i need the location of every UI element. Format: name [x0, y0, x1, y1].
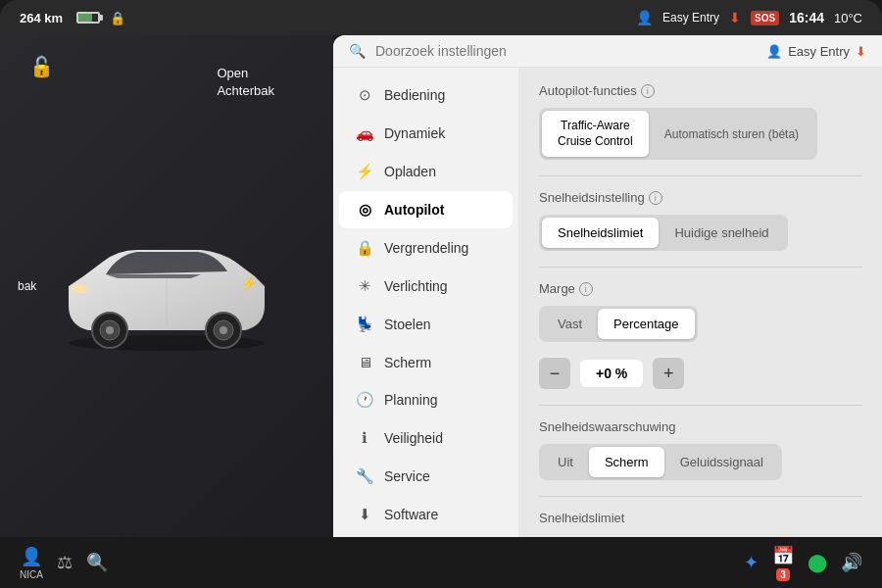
dynamiek-label: Dynamiek: [384, 125, 445, 141]
verlichting-label: Verlichting: [384, 278, 448, 294]
snelheidslimiet-section: Snelheidslimiet: [539, 511, 862, 525]
sidebar-item-planning[interactable]: 🕐 Planning: [339, 381, 513, 418]
menu-list: ⊙ Bediening 🚗 Dynamiek ⚡ Opladen ◎ Autop…: [333, 68, 519, 537]
uit-btn[interactable]: Uit: [542, 447, 589, 477]
vast-btn[interactable]: Vast: [542, 309, 598, 339]
marge-info-icon[interactable]: i: [579, 282, 593, 296]
geluidssignaal-btn[interactable]: Geluidssignaal: [664, 447, 779, 477]
snelheidsinstelling-section: Snelheidsinstelling i Snelheidslimiet Hu…: [539, 190, 862, 251]
sidebar-item-autopilot[interactable]: ◎ Autopilot: [339, 191, 513, 228]
calendar-badge: 3: [776, 568, 790, 581]
sidebar-item-software[interactable]: ⬇ Software: [339, 496, 513, 533]
veiligheid-label: Veiligheid: [384, 430, 443, 446]
marge-buttons: Vast Percentage: [539, 306, 698, 342]
status-bar: 264 km 🔒 👤 Easy Entry ⬇ SOS 16:44 10°C: [0, 0, 882, 35]
service-icon: 🔧: [355, 467, 374, 485]
bediening-label: Bediening: [384, 87, 445, 103]
bottom-bar: 👤 NICA ⚖ 🔍 ✦ 📅 3 ⬤ 🔊: [0, 537, 882, 588]
planning-icon: 🕐: [355, 391, 374, 409]
dynamiek-icon: 🚗: [355, 124, 374, 142]
bottom-search[interactable]: 🔍: [86, 552, 108, 573]
spotify-icon: ⬤: [808, 552, 827, 573]
planning-label: Planning: [384, 392, 438, 408]
battery-icon: [76, 12, 100, 24]
autopilot-functies-info-icon[interactable]: i: [641, 84, 655, 98]
settings-panel: 🔍 👤 Easy Entry ⬇ ⊙ Bediening 🚗 Dynamiek: [333, 35, 882, 537]
sidebar-item-dynamiek[interactable]: 🚗 Dynamiek: [339, 115, 513, 152]
easy-entry-status: Easy Entry: [662, 11, 719, 24]
search-icon: 🔍: [349, 43, 366, 59]
vergrendeling-icon: 🔒: [355, 239, 374, 257]
download-header-icon: ⬇: [856, 44, 866, 59]
sos-badge: SOS: [751, 11, 779, 25]
bottom-bluetooth[interactable]: ✦: [744, 552, 759, 573]
autopilot-icon: ◎: [355, 201, 374, 219]
sidebar-item-veiligheid[interactable]: ℹ Veiligheid: [339, 419, 513, 457]
svg-point-3: [106, 326, 114, 334]
verlichting-icon: ✳: [355, 277, 374, 295]
user-bottom-icon: 👤: [21, 546, 42, 567]
volume-icon: 🔊: [841, 552, 862, 573]
bottom-volume[interactable]: 🔊: [841, 552, 862, 573]
lock-icon-overlay: 🔓: [29, 55, 54, 78]
sidebar-item-opladen[interactable]: ⚡ Opladen: [339, 153, 513, 190]
sidebar-item-verlichting[interactable]: ✳ Verlichting: [339, 268, 513, 305]
autopilot-content: Autopilot-functies i Traffic-AwareCruise…: [519, 68, 882, 537]
scherm-menu-icon: 🖥: [355, 354, 374, 370]
divider-3: [539, 405, 862, 406]
lock-status-icon: 🔒: [110, 11, 125, 25]
percentage-btn[interactable]: Percentage: [598, 309, 695, 339]
bottom-user[interactable]: 👤 NICA: [20, 546, 43, 580]
marge-title: Marge i: [539, 281, 862, 296]
scherm-btn[interactable]: Scherm: [589, 447, 664, 477]
sidebar-item-vergrendeling[interactable]: 🔒 Vergrendeling: [339, 229, 513, 267]
bottom-spotify[interactable]: ⬤: [808, 552, 827, 573]
bottom-equalizer[interactable]: ⚖: [57, 552, 73, 573]
divider-1: [539, 175, 862, 176]
snelheidsinstelling-title: Snelheidsinstelling i: [539, 190, 862, 205]
scherm-label: Scherm: [384, 355, 431, 370]
calendar-icon: 📅: [772, 545, 794, 566]
sidebar-item-bediening[interactable]: ⊙ Bediening: [339, 76, 513, 114]
sidebar-item-scherm[interactable]: 🖥 Scherm: [339, 344, 513, 380]
divider-4: [539, 496, 862, 497]
sidebar-item-service[interactable]: 🔧 Service: [339, 458, 513, 495]
search-bar: 🔍 👤 Easy Entry ⬇: [333, 35, 882, 68]
marge-minus-btn[interactable]: −: [539, 358, 570, 389]
search-input[interactable]: [375, 43, 757, 59]
service-label: Service: [384, 468, 430, 484]
svg-point-6: [220, 326, 227, 334]
snelheidslimiet-title: Snelheidslimiet: [539, 511, 862, 525]
stoelen-icon: 💺: [355, 316, 374, 333]
easy-entry-header: 👤 Easy Entry ⬇: [766, 44, 866, 59]
divider-2: [539, 267, 862, 268]
person-icon: 👤: [636, 10, 653, 25]
opladen-icon: ⚡: [355, 163, 374, 180]
autopilot-functies-title: Autopilot-functies i: [539, 83, 862, 98]
clock: 16:44: [789, 10, 824, 25]
software-icon: ⬇: [355, 506, 374, 523]
snelheidslimiet-btn[interactable]: Snelheidslimiet: [542, 218, 659, 248]
automatisch-sturen-btn[interactable]: Automatisch sturen (béta): [649, 111, 814, 157]
huidige-snelheid-btn[interactable]: Huidige snelheid: [659, 218, 784, 248]
snelheidsinstelling-info-icon[interactable]: i: [649, 191, 662, 205]
traffic-aware-btn[interactable]: Traffic-AwareCruise Control: [542, 111, 649, 157]
stoelen-label: Stoelen: [384, 317, 430, 332]
opladen-label: Opladen: [384, 164, 436, 179]
equalizer-icon: ⚖: [57, 552, 73, 573]
car-visualization: Open Achterbak bak: [0, 35, 333, 537]
autopilot-label: Autopilot: [384, 202, 444, 218]
veiligheid-icon: ℹ: [355, 429, 374, 447]
sidebar-item-stoelen[interactable]: 💺 Stoelen: [339, 306, 513, 343]
temperature: 10°C: [834, 11, 862, 25]
download-icon: ⬇: [729, 10, 741, 25]
snelheidswaarschuwing-section: Snelheidswaarschuwing Uit Scherm Geluids…: [539, 419, 862, 480]
marge-plus-btn[interactable]: +: [653, 358, 684, 389]
autopilot-functies-buttons: Traffic-AwareCruise Control Automatisch …: [539, 108, 817, 160]
snelheidswaarschuwing-title: Snelheidswaarschuwing: [539, 419, 862, 434]
bluetooth-icon: ✦: [744, 552, 759, 573]
autopilot-functies-section: Autopilot-functies i Traffic-AwareCruise…: [539, 83, 862, 160]
bottom-calendar[interactable]: 📅 3: [772, 545, 794, 581]
bediening-icon: ⊙: [355, 86, 374, 104]
car-image-container: ⚡: [0, 35, 333, 537]
